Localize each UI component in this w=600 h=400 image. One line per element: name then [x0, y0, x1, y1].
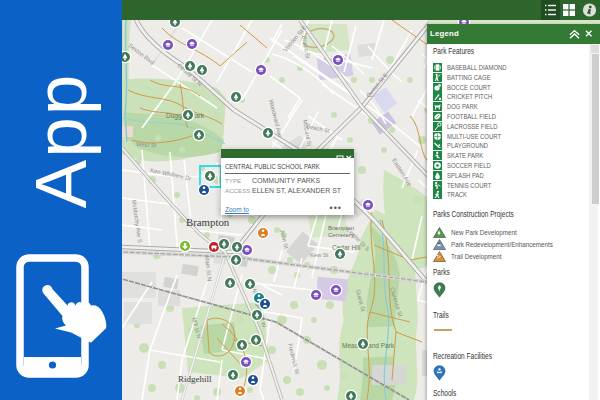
svg-text:Ridgehill: Ridgehill: [178, 374, 212, 384]
svg-text:Cemetery: Cemetery: [328, 232, 354, 238]
svg-text:Kew St: Kew St: [310, 252, 329, 258]
svg-text:Brampton: Brampton: [186, 216, 230, 228]
svg-text:Brampton: Brampton: [328, 225, 354, 231]
